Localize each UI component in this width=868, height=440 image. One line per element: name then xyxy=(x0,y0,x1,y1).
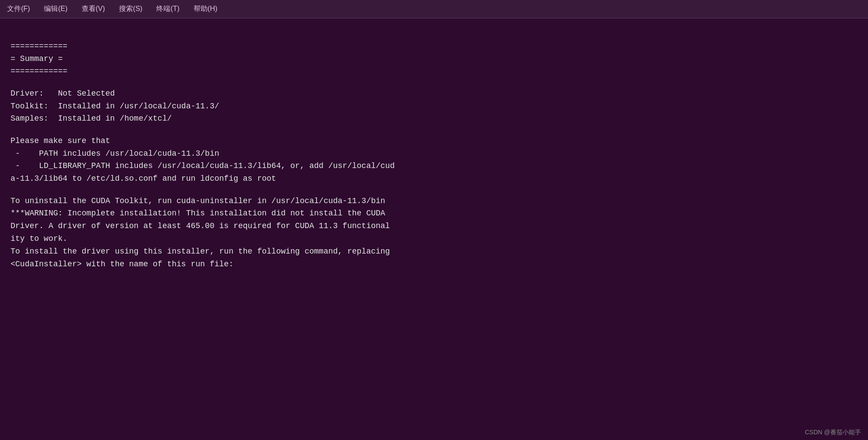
terminal-line-summary: = Summary = xyxy=(11,53,857,65)
terminal-line-warning3: ity to work. xyxy=(11,233,857,245)
terminal-line-sep2: ============ xyxy=(11,65,857,78)
menu-item-help[interactable]: 帮助(H) xyxy=(194,4,217,14)
terminal-line-ldlib: - LD_LIBRARY_PATH includes /usr/local/cu… xyxy=(11,160,857,172)
terminal-line-samples: Samples: Installed in /home/xtcl/ xyxy=(11,112,857,125)
menu-item-edit[interactable]: 编辑(E) xyxy=(44,4,67,14)
menu-item-file[interactable]: 文件(F) xyxy=(7,4,30,14)
terminal-line-path: - PATH includes /usr/local/cuda-11.3/bin xyxy=(11,147,857,160)
terminal-line-sep1: ============ xyxy=(11,40,857,53)
menu-bar: 文件(F) 编辑(E) 查看(V) 搜索(S) 终端(T) 帮助(H) xyxy=(0,0,868,18)
terminal-empty-line xyxy=(11,78,857,87)
terminal-line-warning1: ***WARNING: Incomplete installation! Thi… xyxy=(11,207,857,220)
terminal-body: ============= Summary =============Drive… xyxy=(0,18,868,279)
terminal-line-please: Please make sure that xyxy=(11,135,857,147)
terminal-empty-line xyxy=(11,125,857,135)
terminal-line-toolkit: Toolkit: Installed in /usr/local/cuda-11… xyxy=(11,100,857,113)
terminal-empty-line xyxy=(11,185,857,195)
terminal-line-install2: <CudaInstaller> with the name of this ru… xyxy=(11,258,857,271)
menu-item-search[interactable]: 搜索(S) xyxy=(119,4,142,14)
watermark: CSDN @番茄小能手 xyxy=(805,429,861,436)
terminal-line-warning2: Driver. A driver of version at least 465… xyxy=(11,220,857,233)
terminal-line-ldlib2: a-11.3/lib64 to /etc/ld.so.conf and run … xyxy=(11,172,857,185)
terminal-line-driver: Driver: Not Selected xyxy=(11,87,857,100)
menu-item-terminal[interactable]: 终端(T) xyxy=(156,4,179,14)
terminal-line-install1: To install the driver using this install… xyxy=(11,245,857,258)
menu-item-view[interactable]: 查看(V) xyxy=(82,4,105,14)
terminal-line-uninstall: To uninstall the CUDA Toolkit, run cuda-… xyxy=(11,195,857,207)
